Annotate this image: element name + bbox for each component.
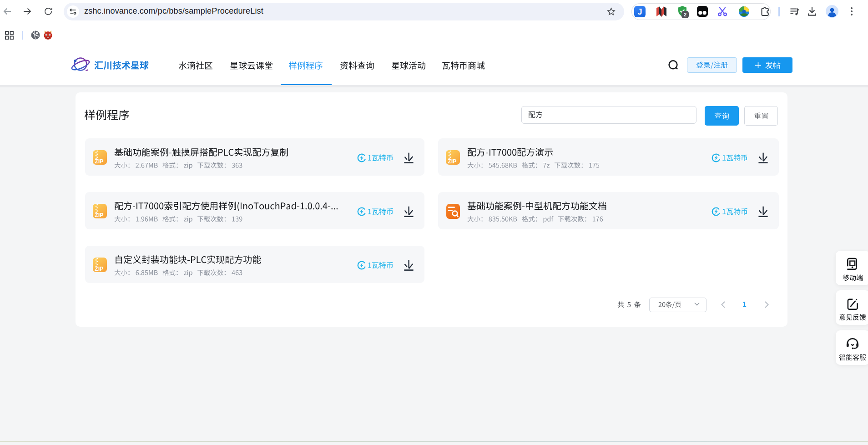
svg-text:ZIP: ZIP	[448, 158, 456, 165]
svg-text:ZIP: ZIP	[95, 158, 103, 165]
svg-text:ZIP: ZIP	[95, 212, 103, 218]
svg-text:ZIP: ZIP	[95, 266, 103, 272]
